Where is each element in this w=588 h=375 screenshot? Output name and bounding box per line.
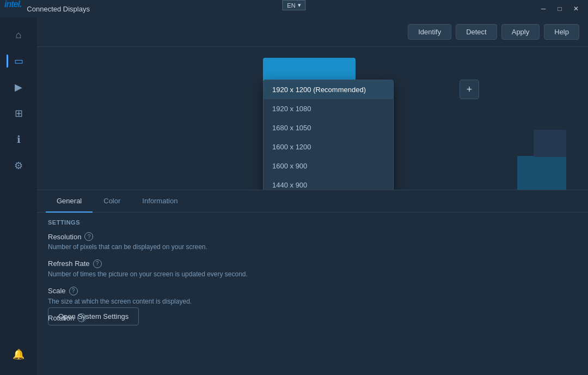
language-indicator[interactable]: EN ▾ <box>282 0 305 10</box>
apply-button[interactable]: Apply <box>501 24 540 40</box>
resolution-help-icon[interactable]: ? <box>84 232 93 241</box>
help-button[interactable]: Help <box>544 24 579 40</box>
refresh-rate-title: Refresh Rate ? <box>48 259 577 268</box>
resolution-option-1600x1200[interactable]: 1600 x 1200 <box>264 137 393 156</box>
resolution-option-1440x900[interactable]: 1440 x 900 <box>264 176 393 190</box>
settings-content: SETTINGS Resolution ? Number of pixels t… <box>37 213 588 336</box>
display-area: ★ 1920 x 1200 (Recommended)1920 x 108016… <box>37 47 588 190</box>
open-system-settings-button[interactable]: Open System Settings <box>48 307 139 325</box>
resolution-setting: Resolution ? Number of pixels that can b… <box>48 232 577 252</box>
sidebar-item-display[interactable]: ▭ <box>7 49 30 73</box>
scale-setting: Scale ? The size at which the screen con… <box>48 287 577 306</box>
scale-title: Scale ? <box>48 287 577 295</box>
resolution-description: Number of pixels that can be displayed o… <box>48 243 577 252</box>
sidebar-item-media[interactable]: ▶ <box>7 75 30 99</box>
monitor-2[interactable] <box>517 156 566 190</box>
sidebar-bottom: 🔔 <box>7 342 30 375</box>
notification-bell-icon[interactable]: 🔔 <box>7 342 30 366</box>
window-title: Connected Displays <box>27 5 90 13</box>
detect-button[interactable]: Detect <box>456 24 497 40</box>
monitor-3[interactable] <box>534 130 566 157</box>
tab-information[interactable]: Information <box>131 190 188 213</box>
resolution-dropdown[interactable]: 1920 x 1200 (Recommended)1920 x 10801680… <box>263 80 394 190</box>
close-button[interactable]: ✕ <box>568 1 584 16</box>
maximize-button[interactable]: □ <box>552 1 567 16</box>
bottom-panel: General Color Information SETTINGS Resol… <box>37 190 588 375</box>
tabs: General Color Information <box>37 190 588 213</box>
tab-general[interactable]: General <box>46 190 93 213</box>
main-content: Identify Detect Apply Help ★ 1920 x 1200… <box>37 17 588 375</box>
add-display-button[interactable]: + <box>460 80 479 99</box>
minimize-button[interactable]: ─ <box>536 1 551 16</box>
sidebar-item-settings[interactable]: ⚙ <box>7 154 30 178</box>
resolution-option-1920x1200[interactable]: 1920 x 1200 (Recommended) <box>264 80 393 99</box>
resolution-option-1920x1080[interactable]: 1920 x 1080 <box>264 99 393 118</box>
toolbar: Identify Detect Apply Help <box>37 17 588 47</box>
title-bar-controls: ─ □ ✕ <box>536 1 584 16</box>
language-dropdown-icon: ▾ <box>298 2 301 9</box>
title-bar-left: intel. Connected Displays <box>4 0 90 18</box>
scale-help-icon[interactable]: ? <box>69 287 78 295</box>
settings-section-label: SETTINGS <box>48 219 577 226</box>
tab-color[interactable]: Color <box>93 190 131 213</box>
resolution-option-1600x900[interactable]: 1600 x 900 <box>264 156 393 176</box>
sidebar: ⌂ ▭ ▶ ⊞ ℹ ⚙ 🔔 <box>0 17 37 375</box>
refresh-rate-help-icon[interactable]: ? <box>93 259 102 268</box>
identify-button[interactable]: Identify <box>408 24 451 40</box>
resolution-title: Resolution ? <box>48 232 577 241</box>
sidebar-item-info[interactable]: ℹ <box>7 128 30 152</box>
language-label: EN <box>287 2 295 9</box>
sidebar-item-home[interactable]: ⌂ <box>7 23 30 47</box>
scale-description: The size at which the screen content is … <box>48 297 577 306</box>
resolution-option-1680x1050[interactable]: 1680 x 1050 <box>264 118 393 137</box>
refresh-rate-description: Number of times the picture on your scre… <box>48 270 577 279</box>
intel-logo: intel. <box>4 0 21 9</box>
refresh-rate-setting: Refresh Rate ? Number of times the pictu… <box>48 259 577 279</box>
sidebar-item-apps[interactable]: ⊞ <box>7 101 30 125</box>
